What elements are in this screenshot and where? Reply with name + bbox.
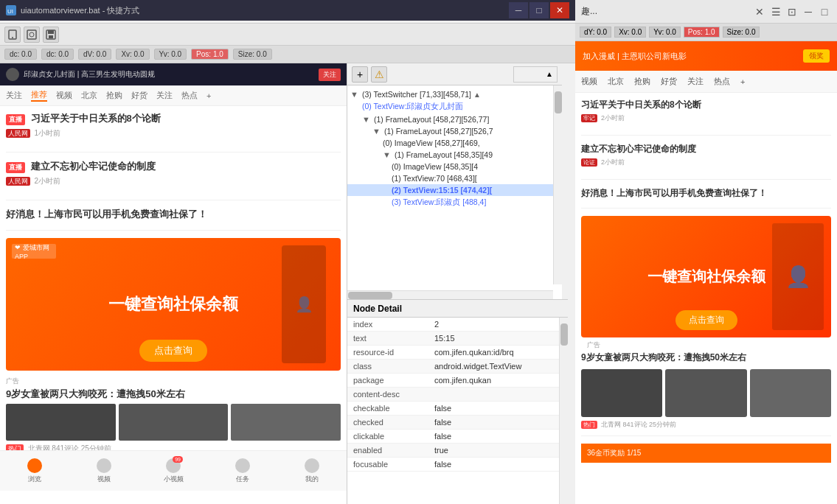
nav-item-recommend[interactable]: 推荐 xyxy=(31,89,47,102)
phone-bottom-nav: 浏览 视频 99 小视频 任务 我的 xyxy=(0,450,347,491)
nav-item-follow[interactable]: 关注 xyxy=(156,90,173,101)
news-item-3[interactable]: 好消息！上海市民可以用手机免费查询社保了！ xyxy=(6,208,341,231)
detail-val-focusable: false xyxy=(428,458,568,472)
phone-nav: 关注 推荐 视频 北京 抢购 好货 关注 热点 + xyxy=(0,85,347,106)
tree-item-8[interactable]: (2) TextView:15:15 [474,42][ xyxy=(347,184,562,196)
bg-coord-xv: Xv: 0.0 xyxy=(614,27,646,38)
bg-promo-banner[interactable]: 加入漫威 | 主恩职公司新电影 领奖 xyxy=(575,41,837,71)
bg-menu-btn[interactable]: ☰ xyxy=(769,5,782,18)
coord-yv: Yv: 0.0 xyxy=(154,49,187,60)
bg-nav-hot[interactable]: 热点 xyxy=(714,76,730,87)
os-title-text: uiautomatorviewer.bat - 快捷方式 xyxy=(21,5,504,16)
bg-restore-btn[interactable]: ⊡ xyxy=(785,5,799,18)
bg-news-item-2[interactable]: 建立不忘初心牢记使命的制度 论证 2小时前 xyxy=(581,143,831,180)
bg-news-item-3[interactable]: 好消息！上海市民可以用手机免费查询社保了！ xyxy=(581,187,831,209)
tree-item-2[interactable]: ▼ (1) FrameLayout [458,27][526,77] xyxy=(347,113,562,125)
expand-button[interactable]: + xyxy=(352,66,368,83)
bg-max-btn[interactable]: □ xyxy=(818,5,831,18)
detail-val-text: 15:15 xyxy=(428,332,568,346)
warning-button[interactable]: ⚠ xyxy=(371,66,387,83)
expand-arrow-0: ▼ xyxy=(350,90,358,99)
bg-news-item-1[interactable]: 习近平关于中日关系的8个论断 牢记 2小时前 xyxy=(581,99,831,136)
bottom-nav-profile[interactable]: 我的 xyxy=(277,458,347,484)
bg-nav: 视频 北京 抢购 好货 关注 热点 + xyxy=(575,71,837,93)
bg-nav-goods[interactable]: 好货 xyxy=(661,76,677,87)
detail-val-enabled: true xyxy=(428,444,568,458)
os-maximize-btn[interactable]: □ xyxy=(529,2,549,18)
nav-item-more[interactable]: + xyxy=(206,91,211,100)
bottom-nav-task[interactable]: 任务 xyxy=(208,458,277,484)
bg-thumb-row xyxy=(581,366,831,420)
nav-item-goods[interactable]: 好货 xyxy=(131,90,147,101)
preview-arrow[interactable]: ▲ xyxy=(543,69,555,80)
news-badge-1: 直播 xyxy=(6,114,25,125)
detail-scrollbar[interactable] xyxy=(559,318,568,504)
detail-row-focusable: focusable false xyxy=(347,458,568,472)
os-close-btn[interactable]: ✕ xyxy=(550,2,569,18)
tree-item-label-1: (0) TextView:邱淑贞女儿封面 xyxy=(362,102,463,111)
tree-scrollbar[interactable] xyxy=(553,85,562,284)
tree-item-3[interactable]: ▼ (1) FrameLayout [458,27][526,7 xyxy=(347,125,562,137)
nav-item-video[interactable]: 视频 xyxy=(56,90,72,101)
tree-item-6[interactable]: (0) ImageView [458,35][4 xyxy=(347,161,562,172)
task-label: 任务 xyxy=(236,475,249,484)
nav-item-beijing[interactable]: 北京 xyxy=(81,90,97,101)
tree-item-label-9: (3) TextView:邱淑贞 [488,4] xyxy=(392,197,486,206)
bottom-nav-shortvideo[interactable]: 99 小视频 xyxy=(139,458,208,484)
node-detail-panel: Node Detail index 2 text 15:15 resource-… xyxy=(347,299,568,504)
os-minimize-btn[interactable]: ─ xyxy=(509,2,528,18)
svg-text:UI: UI xyxy=(7,8,13,15)
bg-news-item-4[interactable]: 9岁女童被两只大狗咬死：遭拖拽50米左右 热门 北青网 841评论 25分钟前 xyxy=(581,351,831,436)
detail-val-resource: com.jifen.qukan:id/brq xyxy=(428,346,568,360)
bg-nav-video[interactable]: 视频 xyxy=(581,76,597,87)
news-title-3: 好消息！上海市民可以用手机免费查询社保了！ xyxy=(6,208,341,221)
coord-dc: dc: 0.0 xyxy=(4,49,37,60)
news-item-2[interactable]: 直播 建立不忘初心牢记使命的制度 人民网 2小时前 xyxy=(6,160,341,200)
node-detail-header: Node Detail xyxy=(347,300,568,318)
news-item-1[interactable]: 直播 习近平关于中日关系的8个论断 人民网 1小时前 xyxy=(6,112,341,153)
tree-item-4[interactable]: (0) ImageView [458,27][469, xyxy=(347,137,562,149)
bg-news-title-3: 好消息！上海市民可以用手机免费查询社保了！ xyxy=(581,187,831,200)
save-icon[interactable] xyxy=(43,27,59,43)
tree-item-0[interactable]: ▼ (3) TextSwitcher [71,33][458,71] ▲ xyxy=(347,88,562,100)
device-icon[interactable] xyxy=(4,27,21,43)
tree-hscrollbar[interactable] xyxy=(347,290,553,299)
expand-arrow-2: ▼ xyxy=(362,115,370,124)
bg-close-btn[interactable]: ✕ xyxy=(753,5,766,18)
bg-hot-badge: 热门 xyxy=(581,421,597,429)
tree-item-9[interactable]: (3) TextView:邱淑贞 [488,4] xyxy=(347,196,562,209)
toolbar xyxy=(0,24,575,46)
promo-logo-text: ❤ 爱城市网APP xyxy=(15,243,56,260)
bg-promo-btn[interactable]: 点击查询 xyxy=(675,310,737,330)
bottom-nav-browse[interactable]: 浏览 xyxy=(0,458,69,484)
profile-label: 我的 xyxy=(305,475,319,484)
bg-min-btn[interactable]: ─ xyxy=(802,5,815,18)
detail-val-index: 2 xyxy=(428,318,568,332)
promo-banner[interactable]: ❤ 爱城市网APP 👤 一键查询社保余额 点击查询 xyxy=(6,238,341,371)
nav-item-hot[interactable]: 热点 xyxy=(181,90,198,101)
thumb-4-1 xyxy=(6,404,116,441)
follow-button[interactable]: 关注 xyxy=(319,69,341,81)
tree-content[interactable]: ▼ (3) TextSwitcher [71,33][458,71] ▲ (0)… xyxy=(347,85,562,284)
tree-hscrollbar-thumb xyxy=(348,292,392,299)
bg-promo[interactable]: 👤 一键查询社保余额 点击查询 xyxy=(581,216,831,337)
coord-dv: dV: 0.0 xyxy=(78,49,111,60)
tree-item-5[interactable]: ▼ (1) FrameLayout [458,35][49 xyxy=(347,149,562,161)
bottom-nav-video[interactable]: 视频 xyxy=(69,458,139,484)
promo-content: 一键查询社保余额 xyxy=(108,293,238,315)
tree-item-7[interactable]: (1) TextView:70 [468,43][ xyxy=(347,172,562,184)
tree-item-1[interactable]: (0) TextView:邱淑贞女儿封面 xyxy=(347,100,562,113)
bg-banner-btn[interactable]: 领奖 xyxy=(803,49,830,63)
bg-nav-beijing[interactable]: 北京 xyxy=(608,76,624,87)
bg-nav-shop[interactable]: 抢购 xyxy=(634,76,650,87)
promo-btn[interactable]: 点击查询 xyxy=(139,340,207,362)
thumb-4-3 xyxy=(231,404,341,441)
node-detail-scroll[interactable]: index 2 text 15:15 resource-id com.jifen… xyxy=(347,318,568,504)
tree-panel: + ⚠ ▲ ▼ (3) TextSwitcher [71,33][458,71]… xyxy=(347,63,562,299)
bg-nav-more[interactable]: + xyxy=(740,77,745,86)
bg-nav-follow[interactable]: 关注 xyxy=(687,76,704,87)
nav-item-shop[interactable]: 抢购 xyxy=(106,90,122,101)
screenshot-icon[interactable] xyxy=(24,27,40,43)
nav-item-focus[interactable]: 关注 xyxy=(6,90,22,101)
bg-reward-text: 36金币奖励 1/15 xyxy=(587,448,641,458)
